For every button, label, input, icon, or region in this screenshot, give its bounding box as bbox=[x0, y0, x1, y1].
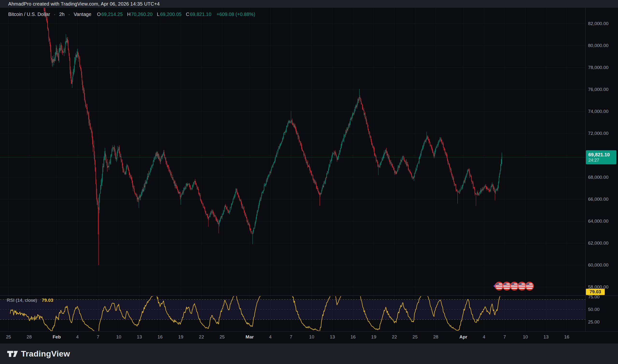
time-tick-label: 16 bbox=[564, 334, 569, 340]
time-tick-label: 25 bbox=[413, 334, 418, 340]
price-tick-label: 66,000.00 bbox=[588, 196, 609, 202]
price-tick-label: 72,000.00 bbox=[588, 131, 609, 136]
attribution-text: AhmadPro created with TradingView.com, A… bbox=[8, 1, 160, 7]
candlestick-series[interactable] bbox=[44, 8, 502, 265]
time-tick-label: 4 bbox=[483, 334, 485, 340]
footer-bar: TradingView bbox=[0, 343, 618, 364]
price-tick-label: 64,000.00 bbox=[588, 219, 609, 224]
time-tick-label: 16 bbox=[350, 334, 356, 340]
price-tick-label: 76,000.00 bbox=[588, 87, 609, 92]
time-tick-label: 19 bbox=[371, 334, 376, 340]
price-chart-canvas[interactable]: ✦ bbox=[0, 8, 585, 331]
rsi-legend[interactable]: RSI (14, close) 79.03 bbox=[7, 298, 53, 303]
time-tick-label: 10 bbox=[309, 334, 314, 340]
time-tick-label: 13 bbox=[330, 334, 335, 340]
pane-separator[interactable] bbox=[0, 296, 618, 296]
tradingview-logo-text: TradingView bbox=[21, 349, 70, 358]
change-value: +609.08 (+0.88%) bbox=[216, 12, 255, 17]
price-tick-label: 82,000.00 bbox=[588, 21, 609, 26]
bar-countdown: 24:27 bbox=[588, 157, 616, 163]
tradingview-logo[interactable]: TradingView bbox=[7, 349, 70, 359]
time-tick-label: 22 bbox=[392, 334, 397, 340]
chart-area[interactable]: ✦ bbox=[0, 8, 585, 331]
ohlc-value: 70,260.20 bbox=[131, 12, 153, 17]
time-tick-label: 28 bbox=[27, 334, 32, 340]
legend-separator-1: · bbox=[54, 12, 55, 17]
price-tick-label: 68,000.00 bbox=[588, 175, 609, 180]
rsi-current-value: 79.03 bbox=[42, 298, 53, 303]
price-tick-label: 80,000.00 bbox=[588, 43, 609, 48]
us-flag-event-icon[interactable] bbox=[510, 282, 518, 290]
time-tick-label: 7 bbox=[290, 334, 292, 340]
time-tick-label: 7 bbox=[97, 334, 99, 340]
tradingview-snapshot: AhmadPro created with TradingView.com, A… bbox=[0, 0, 618, 364]
time-tick-label: Apr bbox=[459, 334, 467, 340]
ohlc-value: 69,821.10 bbox=[190, 12, 211, 17]
legend-separator-2: · bbox=[68, 12, 70, 17]
price-tick-label: 78,000.00 bbox=[588, 65, 609, 70]
price-tick-label: 60,000.00 bbox=[588, 262, 609, 268]
tradingview-logo-mark bbox=[7, 349, 18, 359]
time-tick-label: 4 bbox=[269, 334, 272, 340]
rsi-value-label: 79.03 bbox=[586, 289, 605, 295]
source-label[interactable]: Vantage bbox=[74, 12, 91, 17]
symbol-name[interactable]: Bitcoin / U.S. Dollar bbox=[8, 12, 50, 17]
time-axis[interactable]: 2528Feb47101316192225Mar4710131619222528… bbox=[0, 331, 618, 344]
attribution-bar: AhmadPro created with TradingView.com, A… bbox=[0, 0, 618, 8]
time-tick-label: 28 bbox=[433, 334, 438, 340]
ohlc-letter: O bbox=[97, 12, 101, 17]
us-flag-event-icon[interactable] bbox=[495, 282, 503, 290]
time-tick-label: 4 bbox=[76, 334, 79, 340]
time-tick-label: Mar bbox=[245, 334, 254, 340]
time-tick-label: 13 bbox=[543, 334, 549, 340]
time-tick-label: 13 bbox=[137, 334, 142, 340]
time-tick-label: 25 bbox=[6, 334, 11, 340]
ohlc-value: 69,200.05 bbox=[160, 12, 182, 17]
time-tick-label: 22 bbox=[199, 334, 204, 340]
interval-label[interactable]: 2h bbox=[59, 12, 65, 17]
price-tick-label: 74,000.00 bbox=[588, 109, 609, 114]
event-markers[interactable]: ✦ bbox=[492, 282, 533, 290]
time-tick-label: 10 bbox=[116, 334, 121, 340]
time-tick-label: 19 bbox=[178, 334, 183, 340]
last-price-label: 69,821.10 24:27 bbox=[586, 150, 616, 164]
time-tick-label: Feb bbox=[53, 334, 61, 340]
rsi-title[interactable]: RSI (14, close) bbox=[7, 298, 37, 303]
symbol-legend[interactable]: Bitcoin / U.S. Dollar · 2h · Vantage O69… bbox=[8, 12, 255, 17]
last-price-value: 69,821.10 bbox=[588, 152, 616, 157]
price-axis[interactable]: 69,821.10 24:27 79.03 82,000.0080,000.00… bbox=[585, 8, 618, 331]
ohlc-letter: L bbox=[157, 12, 160, 17]
ohlc-letter: H bbox=[127, 12, 130, 17]
us-flag-event-icon[interactable] bbox=[518, 282, 526, 290]
us-flag-event-icon[interactable] bbox=[503, 282, 511, 290]
time-tick-label: 25 bbox=[219, 334, 225, 340]
time-tick-label: 16 bbox=[158, 334, 163, 340]
us-flag-event-icon[interactable] bbox=[525, 282, 534, 290]
time-tick-label: 10 bbox=[523, 334, 528, 340]
time-tick-label: 7 bbox=[503, 334, 506, 340]
rsi-tick-label: 25.00 bbox=[588, 319, 600, 325]
ohlc-value: 69,214.25 bbox=[101, 12, 123, 17]
rsi-tick-label: 75.00 bbox=[588, 294, 600, 299]
ohlc-letter: C bbox=[186, 12, 189, 17]
price-tick-label: 62,000.00 bbox=[588, 240, 609, 246]
ohlc-values: O69,214.25H70,260.20L69,200.05C69,821.10 bbox=[93, 12, 212, 17]
rsi-tick-label: 50.00 bbox=[588, 307, 600, 312]
